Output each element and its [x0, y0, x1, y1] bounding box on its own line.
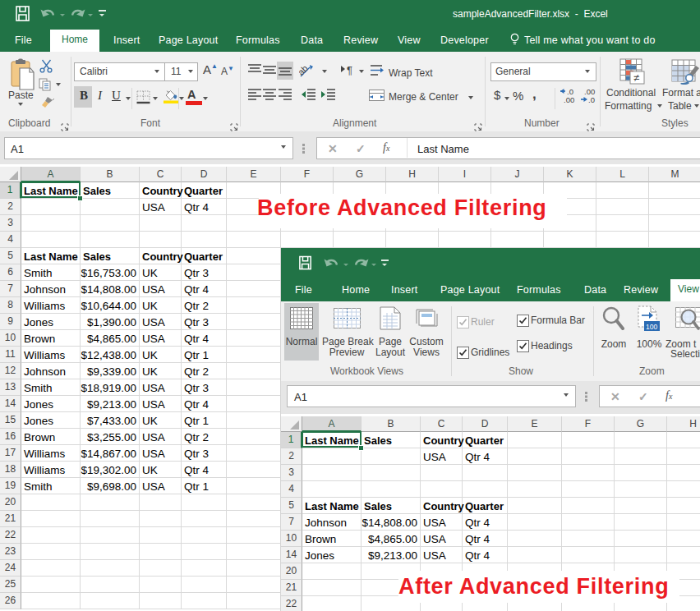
svg-text:.00: .00 — [564, 95, 574, 103]
svg-text:ab: ab — [299, 63, 310, 77]
svg-text:≠: ≠ — [633, 71, 639, 84]
svg-text:100: 100 — [646, 323, 657, 331]
svg-text:.0: .0 — [588, 95, 595, 103]
svg-text:¶: ¶ — [347, 64, 352, 76]
